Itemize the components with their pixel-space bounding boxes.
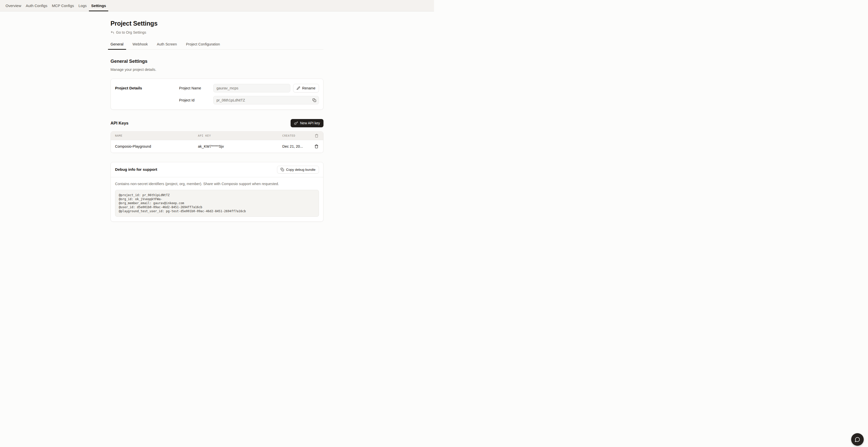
debug-info-header: Debug info for support Copy debug bundle — [111, 162, 323, 177]
project-details-card: Project Details Project Name gaurav_mcps… — [111, 78, 323, 110]
api-keys-heading: API Keys — [111, 121, 129, 126]
go-to-org-settings-label: Go to Org Settings — [116, 30, 146, 34]
corner-up-left-icon — [111, 31, 114, 34]
tab-auth-screen[interactable]: Auth Screen — [154, 42, 180, 50]
api-keys-header: API Keys New API key — [111, 119, 323, 127]
rename-button-label: Rename — [302, 86, 315, 90]
code-line-playground-test-user-id: @playground_test_user_id: pg-test-d5e001… — [119, 209, 315, 213]
api-key-name: Composio-Playground — [115, 145, 198, 149]
key-icon — [294, 121, 298, 125]
copy-icon — [312, 98, 316, 102]
nav-tab-mcp-configs[interactable]: MCP Configs — [50, 0, 76, 11]
code-line-user-id: @user_id: d5e001b0-09ac-46d2-8451-2694ff… — [119, 205, 315, 209]
column-header-api-key: API KEY — [198, 134, 282, 137]
project-id-row: Project Id pr_06th1pLdNtTZ — [179, 96, 319, 104]
main-content: Project Settings Go to Org Settings Gene… — [111, 20, 323, 224]
debug-code-block: @project_id: pr_06th1pLdNtTZ @org_id: ok… — [115, 190, 319, 217]
header-delete-button[interactable] — [314, 133, 319, 138]
column-header-name: NAME — [115, 134, 198, 137]
project-name-label: Project Name — [179, 86, 213, 90]
tab-webhook[interactable]: Webhook — [130, 42, 150, 50]
nav-tab-overview[interactable]: Overview — [3, 0, 24, 11]
tab-general[interactable]: General — [108, 42, 126, 50]
trash-icon — [315, 134, 318, 138]
column-header-created: CREATED — [282, 134, 313, 137]
project-details-fields: Project Name gaurav_mcps Rename Project … — [179, 84, 319, 104]
code-line-org-id: @org_id: ok_jVveqqkYFWa- — [119, 197, 315, 201]
delete-api-key-button[interactable] — [314, 144, 319, 149]
project-id-label: Project Id — [179, 98, 213, 102]
debug-info-body: Contains non-secret identifiers (project… — [111, 177, 323, 222]
top-navigation: Overview Auth Configs MCP Configs Logs S… — [0, 0, 434, 11]
api-key-masked-value: ak_KW7*****Sjv — [198, 145, 282, 149]
new-api-key-label: New API key — [300, 121, 320, 125]
project-id-input[interactable]: pr_06th1pLdNtTZ — [213, 96, 319, 104]
api-keys-table: NAME API KEY CREATED Composio-Playground — [111, 131, 323, 153]
code-line-org-member-email: @org_member_email: gaurav@inkeep.com — [119, 201, 315, 205]
pencil-icon — [297, 86, 300, 90]
tab-project-configuration[interactable]: Project Configuration — [183, 42, 222, 50]
copy-icon — [281, 168, 284, 171]
rename-button[interactable]: Rename — [293, 84, 319, 92]
project-name-input[interactable]: gaurav_mcps — [213, 84, 290, 92]
code-line-project-id: @project_id: pr_06th1pLdNtTZ — [119, 193, 315, 197]
api-key-row: Composio-Playground ak_KW7*****Sjv Dec 2… — [111, 140, 323, 153]
settings-tabs: General Webhook Auth Screen Project Conf… — [108, 42, 323, 50]
debug-info-card: Debug info for support Copy debug bundle… — [111, 162, 323, 222]
debug-info-heading: Debug info for support — [115, 167, 157, 172]
general-settings-heading: General Settings — [111, 59, 323, 64]
go-to-org-settings-link[interactable]: Go to Org Settings — [111, 30, 146, 34]
project-id-value: pr_06th1pLdNtTZ — [217, 98, 245, 102]
debug-info-description: Contains non-secret identifiers (project… — [115, 182, 319, 186]
new-api-key-button[interactable]: New API key — [290, 119, 323, 127]
api-keys-table-header: NAME API KEY CREATED — [111, 132, 323, 140]
copy-debug-bundle-label: Copy debug bundle — [286, 168, 315, 171]
trash-icon — [314, 145, 318, 149]
api-key-created-date: Dec 21, 20... — [282, 145, 313, 149]
nav-tab-logs[interactable]: Logs — [76, 0, 89, 11]
copy-debug-bundle-button[interactable]: Copy debug bundle — [277, 166, 319, 173]
nav-tab-auth-configs[interactable]: Auth Configs — [24, 0, 50, 11]
page-title: Project Settings — [111, 20, 323, 27]
copy-project-id-button[interactable] — [312, 98, 316, 102]
nav-tab-settings[interactable]: Settings — [89, 0, 108, 11]
project-name-row: Project Name gaurav_mcps Rename — [179, 84, 319, 92]
project-details-heading: Project Details — [115, 84, 179, 104]
general-settings-subheading: Manage your project details. — [111, 68, 323, 71]
